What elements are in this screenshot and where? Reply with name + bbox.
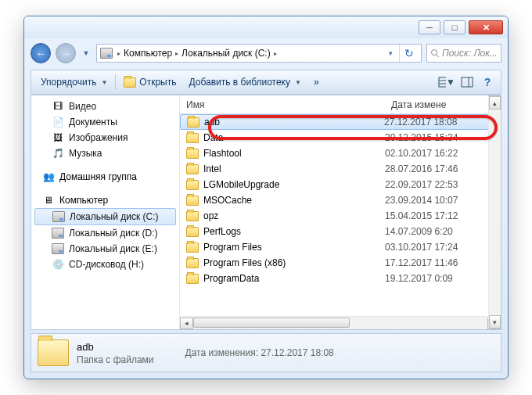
file-date: 03.10.2017 17:24	[385, 242, 494, 253]
file-name: ProgramData	[203, 273, 259, 284]
explorer-window: ─ □ ✕ ← → ▼ ▸ Компьютер▸ Локальный диск …	[23, 16, 509, 379]
open-button[interactable]: Открыть	[119, 74, 181, 91]
file-name: Flashtool	[203, 148, 242, 159]
drive-item[interactable]: Локальный диск (C:)	[34, 208, 176, 225]
folder-open-icon	[124, 76, 136, 88]
video-icon: 🎞	[52, 100, 64, 113]
breadcrumb-segment[interactable]: ▸	[116, 50, 120, 57]
details-name: adb	[77, 341, 154, 353]
svg-rect-5	[462, 77, 473, 87]
file-date: 20.12.2015 15:34	[385, 132, 494, 143]
column-name[interactable]: Имя	[186, 99, 391, 110]
vertical-scrollbar[interactable]: ▴ ▾	[488, 95, 501, 329]
preview-pane-button[interactable]	[458, 74, 476, 91]
drive-item[interactable]: 💿CD-дисковод (H:)	[31, 257, 179, 272]
file-date: 02.10.2017 16:22	[385, 148, 494, 159]
file-row[interactable]: Intel28.07.2016 17:46	[180, 161, 501, 177]
address-bar[interactable]: ▸ Компьютер▸ Локальный диск (C:)▸ ▾ ↻	[96, 44, 422, 63]
file-row[interactable]: opz15.04.2015 17:12	[180, 208, 501, 224]
refresh-button[interactable]: ↻	[399, 45, 418, 62]
library-item[interactable]: 📄Документы	[31, 114, 179, 130]
file-date: 15.04.2015 17:12	[385, 210, 494, 221]
close-button[interactable]: ✕	[469, 20, 503, 34]
svg-point-0	[432, 50, 437, 56]
details-type: Папка с файлами	[77, 354, 154, 365]
file-row[interactable]: Data20.12.2015 15:34	[180, 130, 501, 145]
file-date: 17.12.2017 11:46	[385, 257, 494, 268]
file-name: opz	[203, 210, 218, 221]
library-item[interactable]: 🖼Изображения	[31, 130, 179, 145]
horizontal-scrollbar[interactable]: ◂ ▸	[180, 316, 501, 329]
scroll-down-button[interactable]: ▾	[489, 315, 501, 329]
file-date: 22.09.2017 22:53	[385, 179, 494, 190]
computer-icon: 🖥	[42, 194, 55, 206]
folder-icon	[186, 258, 199, 268]
svg-rect-2	[439, 77, 446, 87]
details-date: Дата изменения: 27.12.2017 18:08	[185, 347, 334, 358]
breadcrumb-segment[interactable]: Компьютер▸	[124, 48, 178, 59]
folder-icon	[186, 211, 199, 221]
file-name: Intel	[203, 163, 221, 174]
address-dropdown[interactable]: ▾	[385, 43, 396, 63]
breadcrumb-segment[interactable]: Локальный диск (C:)▸	[182, 48, 277, 59]
folder-icon	[186, 274, 199, 284]
maximize-button[interactable]: □	[444, 20, 466, 34]
file-date: 19.12.2017 0:09	[385, 273, 494, 284]
organize-button[interactable]: Упорядочить▼	[36, 74, 112, 90]
library-item[interactable]: 🎵Музыка	[31, 145, 179, 161]
file-name: LGMobileUpgrade	[203, 179, 279, 190]
scroll-thumb[interactable]	[193, 318, 350, 328]
homegroup-node[interactable]: 👥Домашняя группа	[31, 169, 179, 185]
file-row[interactable]: ProgramData19.12.2017 0:09	[180, 271, 501, 286]
file-name: Program Files (x86)	[203, 257, 286, 268]
file-row[interactable]: Program Files (x86)17.12.2017 11:46	[180, 255, 501, 271]
column-headers[interactable]: Имя Дата измене	[180, 95, 501, 114]
drive-item[interactable]: Локальный диск (E:)	[31, 241, 179, 257]
details-pane: adb Папка с файлами Дата изменения: 27.1…	[31, 333, 501, 372]
content-area: 🎞Видео 📄Документы 🖼Изображения 🎵Музыка 👥…	[31, 95, 501, 330]
homegroup-icon: 👥	[42, 171, 55, 183]
more-commands-button[interactable]: »	[309, 74, 324, 90]
help-button[interactable]: ?	[479, 74, 496, 91]
file-date: 23.09.2014 10:07	[385, 195, 494, 206]
history-dropdown[interactable]: ▼	[81, 43, 92, 63]
drive-icon	[52, 210, 65, 223]
file-row[interactable]: Flashtool02.10.2017 16:22	[180, 145, 501, 161]
file-name: MSOCache	[203, 195, 252, 206]
forward-button[interactable]: →	[56, 43, 76, 63]
back-button[interactable]: ←	[31, 43, 51, 63]
nav-row: ← → ▼ ▸ Компьютер▸ Локальный диск (C:)▸ …	[31, 40, 501, 66]
folder-icon	[186, 227, 199, 237]
search-icon	[430, 48, 440, 58]
svg-line-1	[437, 55, 439, 57]
file-row[interactable]: LGMobileUpgrade22.09.2017 22:53	[180, 177, 501, 192]
folder-icon	[186, 242, 199, 253]
folder-icon	[186, 164, 199, 174]
drive-item[interactable]: Локальный диск (D:)	[31, 225, 179, 241]
navigation-pane: 🎞Видео 📄Документы 🖼Изображения 🎵Музыка 👥…	[31, 95, 180, 329]
music-icon: 🎵	[52, 147, 64, 160]
minimize-button[interactable]: ─	[419, 20, 440, 34]
folder-icon	[186, 180, 199, 190]
folder-icon	[186, 196, 199, 206]
library-item[interactable]: 🎞Видео	[31, 99, 179, 114]
file-date: 28.07.2016 17:46	[385, 163, 494, 174]
file-name: Data	[203, 132, 223, 143]
file-row[interactable]: Program Files03.10.2017 17:24	[180, 239, 501, 255]
toolbar: Упорядочить▼ Открыть Добавить в библиоте…	[31, 70, 501, 95]
add-to-library-button[interactable]: Добавить в библиотеку▼	[184, 74, 305, 90]
file-row[interactable]: MSOCache23.09.2014 10:07	[180, 192, 501, 208]
scroll-up-button[interactable]: ▴	[489, 96, 501, 110]
scroll-left-button[interactable]: ◂	[180, 318, 193, 329]
column-date[interactable]: Дата измене	[391, 99, 501, 110]
file-list: Имя Дата измене adb27.12.2017 18:08Data2…	[180, 95, 501, 329]
folder-icon	[186, 133, 199, 143]
folder-icon	[187, 117, 200, 127]
computer-node[interactable]: 🖥Компьютер	[31, 192, 179, 208]
search-input[interactable]: Поиск: Лок...	[426, 44, 501, 63]
view-options-button[interactable]: ▼	[438, 74, 455, 91]
file-row[interactable]: PerfLogs14.07.2009 6:20	[180, 224, 501, 239]
file-name: adb	[204, 117, 220, 127]
file-name: Program Files	[203, 242, 262, 253]
file-row[interactable]: adb27.12.2017 18:08	[180, 114, 501, 130]
